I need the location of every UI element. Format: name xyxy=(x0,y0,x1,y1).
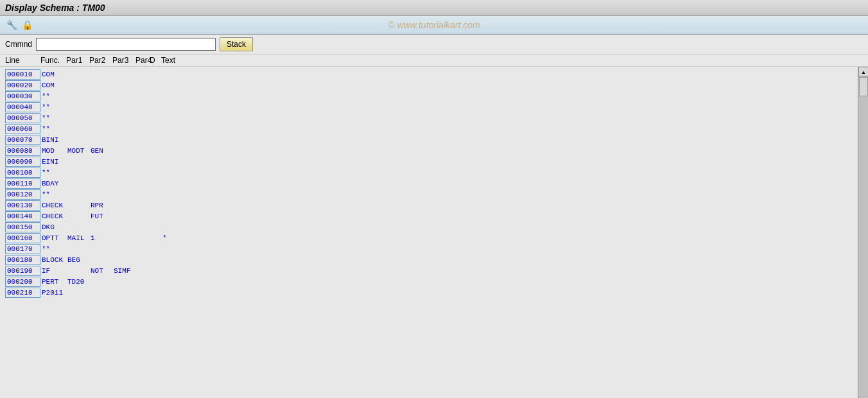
table-row[interactable]: 000200 PERT TD20 xyxy=(5,277,863,287)
cell-text xyxy=(161,227,863,228)
cell-text: * xyxy=(161,234,863,243)
cell-par4 xyxy=(135,139,150,141)
table-row[interactable]: 000160 OPTT MAIL 1 * xyxy=(5,233,863,243)
cell-text xyxy=(161,270,863,272)
cell-par2 xyxy=(89,85,112,86)
cell-line: 000090 xyxy=(5,157,40,167)
cell-par1 xyxy=(66,216,89,217)
cell-par1 xyxy=(66,74,89,75)
cell-d xyxy=(150,205,161,206)
cell-text xyxy=(161,161,863,162)
table-row[interactable]: 000060 ** xyxy=(5,124,863,134)
cell-par2 xyxy=(89,292,112,293)
col-header-line: Line xyxy=(5,56,40,65)
title-bar: Display Schema : TM00 xyxy=(0,0,868,16)
cell-func: PERT xyxy=(40,277,66,286)
data-area: 000010 COM 000020 COM 000030 ** xyxy=(0,67,868,398)
cell-par4 xyxy=(135,227,150,228)
cell-par2 xyxy=(89,281,112,282)
cell-func: ** xyxy=(40,103,66,112)
cell-text xyxy=(161,74,863,75)
table-row[interactable]: 000020 COM xyxy=(5,80,863,91)
table-row[interactable]: 000100 ** xyxy=(5,168,863,178)
cell-func: COM xyxy=(40,81,66,90)
watermark: © www.tutorialkart.com xyxy=(388,20,480,30)
cell-par1: MODT xyxy=(66,146,89,155)
cell-d xyxy=(150,161,161,162)
settings-icon[interactable]: 🔧 xyxy=(5,19,18,31)
cell-d xyxy=(150,281,161,282)
cell-line: 000150 xyxy=(5,222,40,232)
right-scrollbar[interactable]: ▲ ▼ xyxy=(858,67,868,398)
scroll-track[interactable] xyxy=(858,77,868,397)
cell-par3: SIMF xyxy=(112,266,135,275)
table-row[interactable]: 000030 ** xyxy=(5,91,863,101)
table-row[interactable]: 000010 COM xyxy=(5,69,863,80)
table-row[interactable]: 000130 CHECK RPR xyxy=(5,200,863,211)
cell-par1 xyxy=(66,139,89,141)
cell-par3 xyxy=(112,150,135,151)
col-header-text: Text xyxy=(161,56,863,65)
command-input[interactable] xyxy=(36,38,216,51)
cell-par3 xyxy=(112,128,135,130)
cell-d xyxy=(150,150,161,151)
cell-par4 xyxy=(135,161,150,162)
col-header-par4: Par4 xyxy=(135,56,150,65)
cell-par2 xyxy=(89,128,112,130)
table-row[interactable]: 000150 DKG xyxy=(5,222,863,232)
cell-line: 000050 xyxy=(5,113,40,123)
col-header-par2: Par2 xyxy=(89,56,112,65)
cell-text xyxy=(161,172,863,173)
cell-par2 xyxy=(89,183,112,184)
cell-par4 xyxy=(135,128,150,130)
cell-func: OPTT xyxy=(40,234,66,243)
cell-func: CHECK xyxy=(40,201,66,210)
cell-par2 xyxy=(89,248,112,250)
table-row[interactable]: 000170 ** xyxy=(5,244,863,254)
lock-icon[interactable]: 🔒 xyxy=(21,19,33,31)
cell-line: 000180 xyxy=(5,255,40,265)
table-row[interactable]: 000040 ** xyxy=(5,102,863,112)
cell-par3 xyxy=(112,172,135,173)
table-row[interactable]: 000080 MOD MODT GEN xyxy=(5,146,863,156)
cell-line: 000200 xyxy=(5,277,40,287)
table-row[interactable]: 000070 BINI xyxy=(5,135,863,145)
cell-par3 xyxy=(112,183,135,184)
cell-par4 xyxy=(135,238,150,239)
table-row[interactable]: 000050 ** xyxy=(5,113,863,123)
col-header-func: Func. xyxy=(40,56,66,65)
col-header-d: D xyxy=(150,56,161,65)
cell-d xyxy=(150,238,161,239)
cell-line: 000020 xyxy=(5,80,40,91)
cell-par4 xyxy=(135,281,150,282)
cell-d xyxy=(150,227,161,228)
cell-d xyxy=(150,259,161,261)
table-row[interactable]: 000140 CHECK FUT xyxy=(5,211,863,221)
table-row[interactable]: 000110 BDAY xyxy=(5,178,863,189)
table-row[interactable]: 000090 EINI xyxy=(5,157,863,167)
cell-par2 xyxy=(89,107,112,108)
cell-line: 000130 xyxy=(5,200,40,211)
cell-par2 xyxy=(89,172,112,173)
toolbar: 🔧 🔒 © www.tutorialkart.com xyxy=(0,16,868,35)
cell-line: 000060 xyxy=(5,124,40,134)
scroll-thumb[interactable] xyxy=(859,77,868,96)
cell-par1 xyxy=(66,172,89,173)
table-row[interactable]: 000120 ** xyxy=(5,189,863,200)
cell-d xyxy=(150,74,161,75)
cell-par1 xyxy=(66,205,89,206)
cell-d xyxy=(150,183,161,184)
col-header-par1: Par1 xyxy=(66,56,89,65)
cell-par1 xyxy=(66,248,89,250)
main-content: 000010 COM 000020 COM 000030 ** xyxy=(0,67,868,398)
scroll-up-arrow[interactable]: ▲ xyxy=(858,67,868,77)
cell-par1 xyxy=(66,107,89,108)
cell-par1 xyxy=(66,96,89,97)
stack-button[interactable]: Stack xyxy=(220,37,253,51)
cell-line: 000140 xyxy=(5,211,40,221)
table-row[interactable]: 000180 BLOCK BEG xyxy=(5,255,863,265)
cell-par2 xyxy=(89,194,112,195)
table-row[interactable]: 000190 IF NOT SIMF xyxy=(5,266,863,276)
cell-d xyxy=(150,248,161,250)
table-row[interactable]: 000210 P2011 xyxy=(5,288,863,298)
